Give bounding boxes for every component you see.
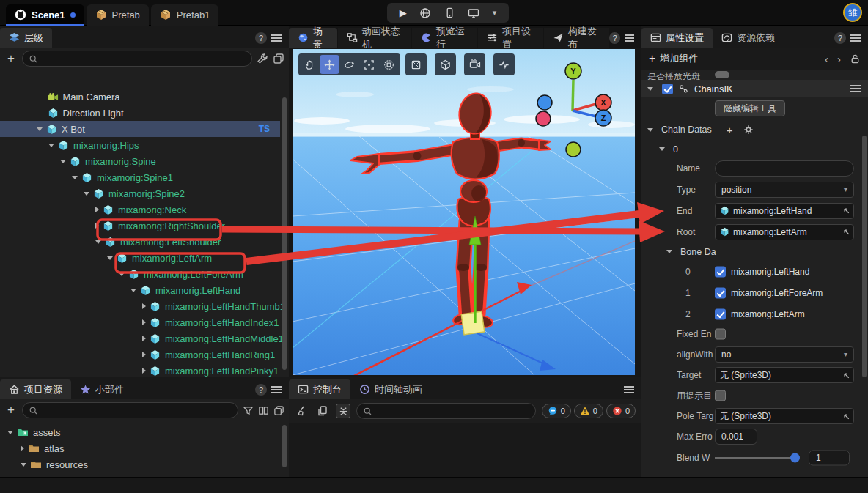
collapse-log-icon[interactable] <box>336 404 350 418</box>
hierarchy-item-Direction-Light[interactable]: Direction Light <box>0 105 280 121</box>
hierarchy-item-mixamorig-LeftHandThumb1[interactable]: mixamorig:LeftHandThumb1 <box>0 298 280 314</box>
add-chain-icon[interactable]: + <box>727 124 733 136</box>
mobile-preview-icon[interactable] <box>444 7 455 18</box>
hierarchy-search-input[interactable] <box>22 51 252 67</box>
menu-icon[interactable] <box>850 34 861 42</box>
document-tab-Scene1[interactable]: Scene1 <box>6 4 84 26</box>
desktop-preview-icon[interactable] <box>468 7 479 19</box>
expander-icon[interactable] <box>659 147 665 151</box>
blend-weight-slider-knob[interactable] <box>790 453 800 462</box>
expander-icon[interactable] <box>142 336 146 341</box>
help-icon[interactable]: ? <box>834 32 846 44</box>
expander-icon[interactable] <box>142 368 146 374</box>
camera-preview-button[interactable] <box>464 53 485 75</box>
toggle-switch[interactable] <box>715 71 729 78</box>
expand-collapse-all-icon[interactable] <box>273 53 284 64</box>
tab-properties[interactable]: 属性设置 <box>641 28 713 48</box>
console-output[interactable] <box>289 423 641 477</box>
pole-picker-button[interactable] <box>839 409 853 423</box>
target-picker-button[interactable] <box>839 368 853 382</box>
inspector-scrollbar[interactable] <box>862 136 867 377</box>
hierarchy-item-mixamorig-LeftHandIndex1[interactable]: mixamorig:LeftHandIndex1 <box>0 314 280 330</box>
expander-icon[interactable] <box>130 289 136 292</box>
rotate-tool-button[interactable] <box>339 55 359 74</box>
log-counter[interactable]: 0 <box>542 404 571 418</box>
add-component-button[interactable]: 增加组件 <box>660 52 698 65</box>
play-button[interactable]: ▶ <box>400 7 407 18</box>
hierarchy-item-mixamorig-Neck[interactable]: mixamorig:Neck <box>0 201 280 218</box>
expander-icon[interactable] <box>72 176 78 179</box>
bone-data-row[interactable]: Bone Da <box>641 242 868 261</box>
bone-checkbox[interactable] <box>715 266 726 277</box>
help-icon[interactable]: ? <box>255 384 267 396</box>
scale-tool-button[interactable] <box>359 55 379 74</box>
projection-mode-button[interactable] <box>435 53 456 75</box>
user-avatar[interactable]: 雏 <box>843 3 862 22</box>
menu-icon[interactable] <box>625 34 634 42</box>
expander-icon[interactable] <box>142 319 146 325</box>
warning-counter[interactable]: 0 <box>574 404 603 418</box>
document-tab-Prefab1[interactable]: Prefab1 <box>151 4 219 26</box>
hierarchy-item-mixamorig-LeftHand[interactable]: mixamorig:LeftHand <box>0 282 280 298</box>
component-menu-icon[interactable] <box>850 85 861 92</box>
tab-project-assets[interactable]: 项目资源 <box>0 379 71 399</box>
add-node-button[interactable]: + <box>4 51 18 66</box>
asset-item-resources[interactable]: resources <box>0 456 280 472</box>
asset-item-partial[interactable] <box>0 472 280 476</box>
blend-weight-slider-track[interactable] <box>715 457 797 459</box>
copy-log-icon[interactable] <box>315 404 330 418</box>
tab-dependencies[interactable]: 资源依赖 <box>713 28 784 48</box>
hierarchy-item-mixamorig-LeftHandPinky1[interactable]: mixamorig:LeftHandPinky1 <box>0 363 280 379</box>
hierarchy-item-X-Bot[interactable]: X BotTS <box>0 121 280 137</box>
tab-timeline[interactable]: 时间轴动画 <box>350 379 431 399</box>
expander-icon[interactable] <box>666 250 672 253</box>
pole-target-reference-field[interactable]: 无 (Sprite3D) <box>715 408 854 424</box>
expander-icon[interactable] <box>107 256 113 260</box>
help-icon[interactable]: ? <box>609 32 620 44</box>
menu-icon[interactable] <box>271 386 282 393</box>
rect-tool-button[interactable] <box>379 55 399 74</box>
hierarchy-item-mixamorig-Spine2[interactable]: mixamorig:Spine2 <box>0 185 280 201</box>
pan-tool-button[interactable] <box>300 55 320 74</box>
expander-icon[interactable] <box>142 303 146 309</box>
expander-icon[interactable] <box>84 192 89 196</box>
component-header-chainsik[interactable]: ChainsIK <box>641 80 868 97</box>
max-error-input[interactable]: 0.001 <box>715 429 757 445</box>
expander-icon[interactable] <box>37 127 43 131</box>
component-enabled-checkbox[interactable] <box>662 84 673 94</box>
blend-weight-value[interactable]: 1 <box>809 450 850 465</box>
expander-icon[interactable] <box>647 128 653 132</box>
alignwith-dropdown[interactable]: no ▾ <box>715 346 854 363</box>
lock-icon[interactable] <box>850 53 861 64</box>
chain-settings-icon[interactable] <box>743 125 754 135</box>
hierarchy-item-mixamorig-RightShoulder[interactable]: mixamorig:RightShoulder <box>0 218 280 234</box>
expander-icon[interactable] <box>95 223 99 229</box>
tab-预览运行[interactable]: 预览运行 <box>412 28 478 48</box>
add-asset-button[interactable]: + <box>4 403 18 418</box>
asset-item-assets[interactable]: assets <box>0 424 280 440</box>
hierarchy-item-mixamorig-LeftHandMiddle1[interactable]: mixamorig:LeftHandMiddle1 <box>0 330 280 346</box>
type-dropdown[interactable]: position ▾ <box>715 182 854 198</box>
hierarchy-item-mixamorig-LeftArm[interactable]: mixamorig:LeftArm <box>0 250 280 266</box>
name-input[interactable] <box>715 160 854 177</box>
preview-dropdown-caret[interactable]: ▾ <box>493 8 497 18</box>
nav-forward-icon[interactable]: › <box>837 53 841 65</box>
pivot-mode-button[interactable] <box>405 53 427 75</box>
stats-button[interactable] <box>493 53 515 75</box>
bone-checkbox[interactable] <box>715 308 726 319</box>
hierarchy-item-mixamorig-Spine1[interactable]: mixamorig:Spine1 <box>0 169 280 185</box>
wrench-icon[interactable] <box>257 53 268 64</box>
menu-icon[interactable] <box>271 34 282 42</box>
assets-search-input[interactable] <box>22 402 238 418</box>
console-search-input[interactable] <box>356 403 536 419</box>
target-reference-field[interactable]: 无 (Sprite3D) <box>715 367 854 383</box>
tab-widgets[interactable]: 小部件 <box>71 379 133 399</box>
hierarchy-item-Main-Camera[interactable]: Main Camera <box>0 93 280 105</box>
root-picker-button[interactable] <box>839 225 853 240</box>
clear-console-icon[interactable] <box>295 404 309 418</box>
chain-item-row[interactable]: 0 <box>641 140 868 158</box>
tab-场景[interactable]: 场景 <box>289 28 338 48</box>
assets-scrollbar[interactable] <box>282 425 287 467</box>
browser-preview-icon[interactable] <box>419 7 431 19</box>
hierarchy-item-mixamorig-LeftShoulder[interactable]: mixamorig:LeftShoulder <box>0 234 280 250</box>
